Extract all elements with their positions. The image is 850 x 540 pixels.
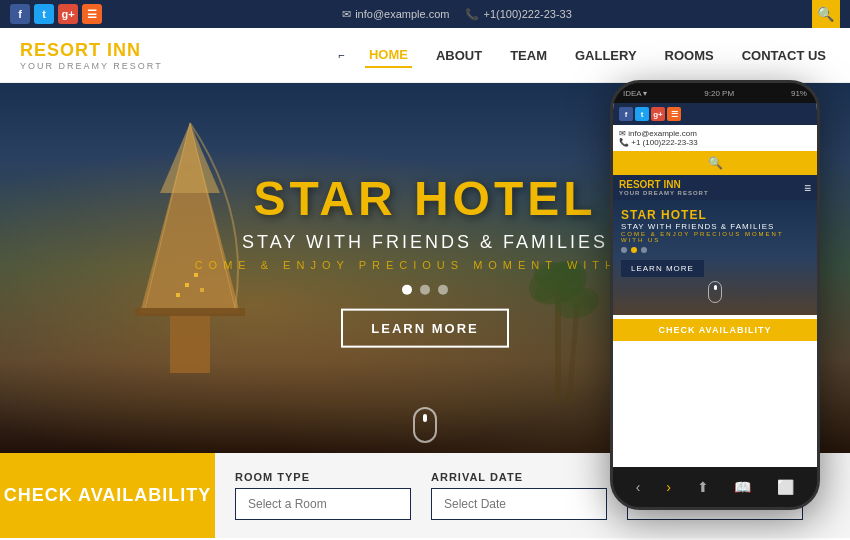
- phone-contact: 📞 +1(100)222-23-33: [465, 8, 571, 21]
- phone-mockup: IDEA ▾ 9:20 PM 91% f t g+ ☰ ✉ info@examp…: [610, 80, 820, 510]
- phone-phone-text: +1 (100)222-23-33: [631, 138, 698, 147]
- phone-dot-1[interactable]: [621, 247, 627, 253]
- phone-battery: 91%: [791, 89, 807, 98]
- phone-nav-bar: RESORT INN YOUR DREAMY RESORT ≡: [613, 175, 817, 200]
- phone-logo-sub: YOUR DREAMY RESORT: [619, 190, 709, 196]
- top-bar: f t g+ ☰ ✉ info@example.com 📞 +1(100)222…: [0, 0, 850, 28]
- nav-team[interactable]: TEAM: [506, 44, 551, 67]
- nav-contact[interactable]: CONTACT US: [738, 44, 830, 67]
- twitter-icon[interactable]: t: [34, 4, 54, 24]
- logo-accent-text: INN: [107, 40, 141, 60]
- phone-share-button[interactable]: ⬆: [697, 479, 709, 495]
- phone-dot-3[interactable]: [641, 247, 647, 253]
- hero-dot-2[interactable]: [420, 285, 430, 295]
- phone-hero-tagline: COME & ENJOY PRECIOUS MOMENT WITH US: [621, 231, 809, 243]
- phone-search-bar[interactable]: 🔍: [613, 151, 817, 175]
- phone-text: +1(100)222-23-33: [483, 8, 571, 20]
- nav-home[interactable]: HOME: [365, 43, 412, 68]
- nav-about[interactable]: ABOUT: [432, 44, 486, 67]
- phone-top-bar: IDEA ▾ 9:20 PM 91%: [613, 83, 817, 103]
- phone-twitter-icon[interactable]: t: [635, 107, 649, 121]
- check-availability-label: CHECK AVAILABILITY: [0, 453, 215, 538]
- phone-hero-title: STAR HOTEL: [621, 208, 809, 222]
- social-icons: f t g+ ☰: [10, 4, 102, 24]
- phone-contact-bar: ✉ info@example.com 📞 +1 (100)222-23-33: [613, 125, 817, 151]
- phone-tabs-button[interactable]: ⬜: [777, 479, 794, 495]
- phone-check-availability-button[interactable]: CHECK AVAILABILITY: [613, 319, 817, 341]
- phone-search-icon: 🔍: [708, 156, 723, 170]
- nav-rooms[interactable]: ROOMS: [661, 44, 718, 67]
- phone-facebook-icon[interactable]: f: [619, 107, 633, 121]
- logo-main-text: RESORT: [20, 40, 101, 60]
- phone-logo-accent: INN: [663, 179, 680, 190]
- phone-hero-subtitle: STAY WITH FRIENDS & FAMILIES: [621, 222, 809, 231]
- logo-tagline: YOUR DREAMY RESORT: [20, 61, 163, 71]
- phone-rss-icon[interactable]: ☰: [667, 107, 681, 121]
- phone-bottom-bar: ‹ › ⬆ 📖 ⬜: [613, 467, 817, 507]
- room-type-field-group: ROOM TYPE: [235, 471, 411, 520]
- scroll-indicator: [413, 407, 437, 443]
- phone-learn-more-button[interactable]: LEARN MORE: [621, 260, 704, 277]
- googleplus-icon[interactable]: g+: [58, 4, 78, 24]
- phone-menu-icon[interactable]: ≡: [804, 181, 811, 195]
- phone-email-text: info@example.com: [628, 129, 697, 138]
- phone-logo: RESORT INN YOUR DREAMY RESORT: [619, 179, 709, 196]
- room-type-input[interactable]: [235, 488, 411, 520]
- phone-icon: 📞: [465, 8, 479, 21]
- phone-dot-2[interactable]: [631, 247, 637, 253]
- search-icon: 🔍: [817, 6, 834, 22]
- phone-top-strip: f t g+ ☰: [613, 103, 817, 125]
- facebook-icon[interactable]: f: [10, 4, 30, 24]
- top-contact: ✉ info@example.com 📞 +1(100)222-23-33: [342, 8, 572, 21]
- search-button-top[interactable]: 🔍: [812, 0, 840, 28]
- arrival-date-field-group: ARRIVAL DATE: [431, 471, 607, 520]
- phone-screen: f t g+ ☰ ✉ info@example.com 📞 +1 (100)22…: [613, 103, 817, 467]
- email-contact: ✉ info@example.com: [342, 8, 449, 21]
- logo-title: RESORT INN: [20, 40, 163, 61]
- main-nav: RESORT INN YOUR DREAMY RESORT ⌐ HOME ABO…: [0, 28, 850, 83]
- phone-phone-row: 📞 +1 (100)222-23-33: [619, 138, 811, 147]
- nav-gallery[interactable]: GALLERY: [571, 44, 641, 67]
- rss-icon[interactable]: ☰: [82, 4, 102, 24]
- room-type-label: ROOM TYPE: [235, 471, 411, 483]
- learn-more-button[interactable]: LEARN MORE: [341, 309, 508, 348]
- phone-scroll-indicator: [708, 281, 722, 303]
- logo: RESORT INN YOUR DREAMY RESORT: [20, 40, 163, 71]
- phone-logo-main: RESORT: [619, 179, 661, 190]
- phone-googleplus-icon[interactable]: g+: [651, 107, 665, 121]
- hero-dot-1[interactable]: [402, 285, 412, 295]
- nav-links: ⌐ HOME ABOUT TEAM GALLERY ROOMS CONTACT …: [338, 43, 830, 68]
- phone-bookmark-button[interactable]: 📖: [734, 479, 751, 495]
- phone-back-button[interactable]: ‹: [636, 479, 641, 495]
- phone-forward-button[interactable]: ›: [666, 479, 671, 495]
- phone-signal: IDEA ▾: [623, 89, 647, 98]
- phone-email-row: ✉ info@example.com: [619, 129, 811, 138]
- hero-dot-3[interactable]: [438, 285, 448, 295]
- phone-hero-dots: [621, 247, 809, 253]
- phone-social-icons: f t g+ ☰: [619, 107, 681, 121]
- email-text: info@example.com: [355, 8, 449, 20]
- email-icon: ✉: [342, 8, 351, 21]
- arrival-date-input[interactable]: [431, 488, 607, 520]
- arrival-date-label: ARRIVAL DATE: [431, 471, 607, 483]
- phone-hero: STAR HOTEL STAY WITH FRIENDS & FAMILIES …: [613, 200, 817, 315]
- nav-corner-icon: ⌐: [338, 49, 344, 61]
- phone-scroll-dot: [714, 285, 717, 290]
- phone-time: 9:20 PM: [704, 89, 734, 98]
- scroll-dot: [423, 414, 427, 422]
